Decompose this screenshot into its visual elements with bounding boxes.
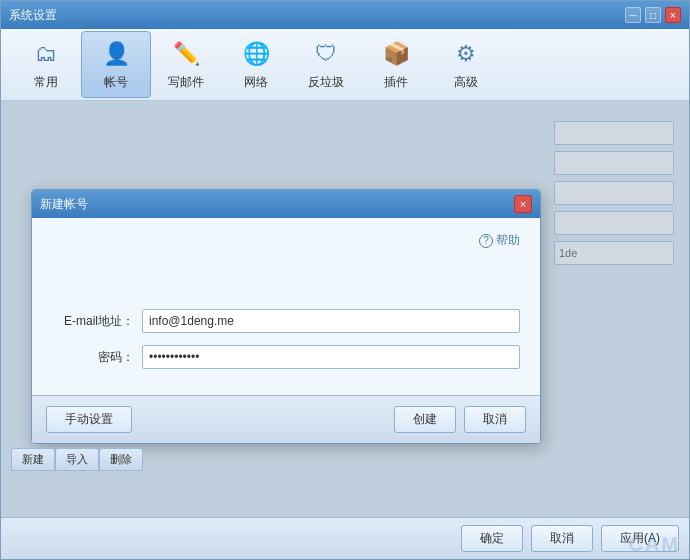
title-bar-controls: ─ □ × — [625, 7, 681, 23]
email-input[interactable] — [142, 309, 520, 333]
dialog-btn-right-group: 创建 取消 — [394, 406, 526, 433]
help-link[interactable]: ? 帮助 — [479, 232, 520, 249]
window-title: 系统设置 — [9, 7, 57, 24]
toolbar: 🗂 常用 👤 帐号 ✏️ 写邮件 🌐 网络 🛡 反垃圾 📦 插件 ⚙ 高级 — [1, 29, 689, 101]
toolbar-item-antispam[interactable]: 🛡 反垃圾 — [291, 32, 361, 97]
bottom-bar: 确定 取消 应用(A) — [1, 517, 689, 559]
window-close-button[interactable]: × — [665, 7, 681, 23]
dialog-bottom: 手动设置 创建 取消 — [32, 395, 540, 443]
email-form-group: E-mail地址： — [52, 309, 520, 333]
toolbar-item-advanced[interactable]: ⚙ 高级 — [431, 32, 501, 97]
toolbar-label-plugins: 插件 — [384, 74, 408, 91]
email-label: E-mail地址： — [52, 313, 142, 330]
toolbar-label-compose: 写邮件 — [168, 74, 204, 91]
general-icon: 🗂 — [30, 38, 62, 70]
tab-import[interactable]: 导入 — [55, 448, 99, 471]
apply-button[interactable]: 应用(A) — [601, 525, 679, 552]
confirm-button[interactable]: 确定 — [461, 525, 523, 552]
dialog-title: 新建帐号 — [40, 196, 88, 213]
compose-icon: ✏️ — [170, 38, 202, 70]
plugins-icon: 📦 — [380, 38, 412, 70]
password-form-group: 密码： — [52, 345, 520, 369]
tab-new[interactable]: 新建 — [11, 448, 55, 471]
network-icon: 🌐 — [240, 38, 272, 70]
manual-setup-button[interactable]: 手动设置 — [46, 406, 132, 433]
help-label: 帮助 — [496, 232, 520, 249]
bottom-tabs: 新建 导入 删除 — [11, 448, 143, 471]
help-row: ? 帮助 — [52, 232, 520, 249]
dialog-title-bar: 新建帐号 × — [32, 190, 540, 218]
toolbar-label-antispam: 反垃圾 — [308, 74, 344, 91]
advanced-icon: ⚙ — [450, 38, 482, 70]
toolbar-item-compose[interactable]: ✏️ 写邮件 — [151, 32, 221, 97]
toolbar-item-account[interactable]: 👤 帐号 — [81, 31, 151, 98]
toolbar-label-account: 帐号 — [104, 74, 128, 91]
toolbar-label-advanced: 高级 — [454, 74, 478, 91]
toolbar-item-network[interactable]: 🌐 网络 — [221, 32, 291, 97]
dialog-body: ? 帮助 E-mail地址： 密码： — [32, 218, 540, 395]
toolbar-item-general[interactable]: 🗂 常用 — [11, 32, 81, 97]
cancel-button[interactable]: 取消 — [531, 525, 593, 552]
account-icon: 👤 — [100, 38, 132, 70]
title-bar: 系统设置 ─ □ × — [1, 1, 689, 29]
dialog-cancel-button[interactable]: 取消 — [464, 406, 526, 433]
toolbar-label-network: 网络 — [244, 74, 268, 91]
tab-delete[interactable]: 删除 — [99, 448, 143, 471]
new-account-dialog: 新建帐号 × ? 帮助 E-mail地址： — [31, 189, 541, 444]
toolbar-label-general: 常用 — [34, 74, 58, 91]
help-icon: ? — [479, 234, 493, 248]
dialog-spacer — [52, 269, 520, 309]
dialog-close-button[interactable]: × — [514, 195, 532, 213]
password-input[interactable] — [142, 345, 520, 369]
main-window: 系统设置 ─ □ × 🗂 常用 👤 帐号 ✏️ 写邮件 🌐 网络 🛡 反垃圾 — [0, 0, 690, 560]
content-area: 1de 新建帐号 × ? 帮助 — [1, 101, 689, 517]
create-button[interactable]: 创建 — [394, 406, 456, 433]
dialog-btn-left-group: 手动设置 — [46, 406, 132, 433]
maximize-button[interactable]: □ — [645, 7, 661, 23]
toolbar-item-plugins[interactable]: 📦 插件 — [361, 32, 431, 97]
antispam-icon: 🛡 — [310, 38, 342, 70]
password-label: 密码： — [52, 349, 142, 366]
minimize-button[interactable]: ─ — [625, 7, 641, 23]
